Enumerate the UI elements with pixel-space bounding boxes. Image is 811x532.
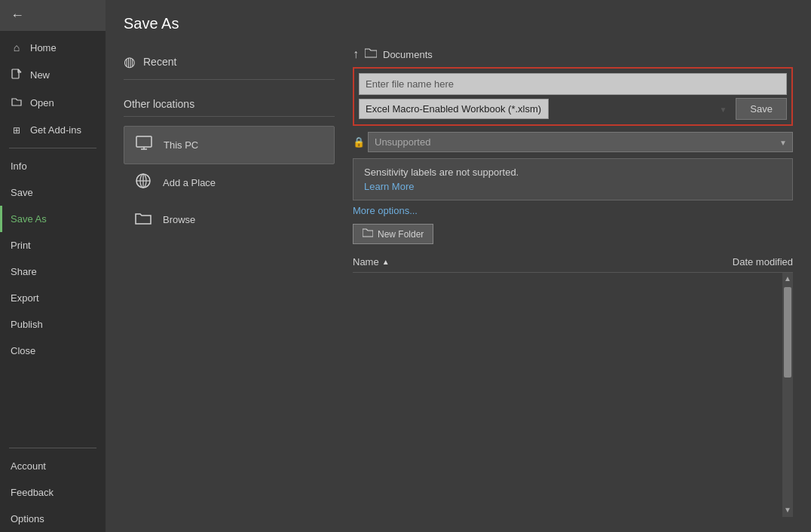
location-item-add-place[interactable]: Add a Place [124, 164, 335, 201]
scrollbar-arrow-up[interactable]: ▲ [782, 273, 793, 284]
recent-divider [124, 79, 335, 80]
format-select-row: Excel Macro-Enabled Workbook (*.xlsm) Ex… [359, 98, 787, 120]
sidebar-label-print: Print [11, 240, 31, 251]
upload-icon: ↑ [353, 47, 359, 61]
location-item-this-pc[interactable]: This PC [124, 126, 335, 164]
this-pc-icon [133, 134, 155, 156]
browse-label: Browse [163, 214, 195, 225]
format-select-arrow: ▼ [719, 105, 727, 113]
sort-arrow-icon: ▲ [382, 258, 390, 266]
warning-box: Sensitivity labels are not supported. Le… [353, 158, 793, 200]
this-pc-label: This PC [164, 139, 198, 151]
sidebar-item-options[interactable]: Options [0, 506, 106, 532]
sidebar-divider [9, 148, 96, 148]
addins-icon: ⊞ [11, 125, 23, 136]
sidebar-label-share: Share [11, 266, 37, 277]
sensitivity-select[interactable]: Unsupported [368, 132, 793, 152]
sidebar-label-addins: Get Add-ins [30, 124, 81, 136]
scrollbar-arrow-down[interactable]: ▼ [782, 504, 793, 515]
sidebar-item-save[interactable]: Save [0, 179, 106, 206]
right-panel: ↑ Documents Excel Macro-Enabled Workbook… [353, 47, 793, 517]
learn-more-link[interactable]: Learn More [364, 181, 414, 192]
warning-text: Sensitivity labels are not supported. [364, 167, 782, 178]
new-icon [11, 69, 23, 81]
col-date-header: Date modified [733, 256, 793, 268]
home-icon: ⌂ [11, 41, 23, 54]
sidebar-label-open: Open [30, 97, 54, 109]
sidebar-label-info: Info [11, 161, 27, 172]
sensitivity-row: 🔒 Unsupported ▼ [353, 132, 793, 152]
location-item-browse[interactable]: Browse [124, 201, 335, 238]
sensitivity-select-wrapper: Unsupported ▼ [368, 132, 793, 152]
sidebar-item-new[interactable]: New [0, 61, 106, 89]
sidebar-label-new: New [30, 69, 50, 81]
main-content: Save As ◍ Recent Other locations [106, 0, 811, 532]
left-panel: ◍ Recent Other locations T [124, 47, 335, 517]
recent-label: Recent [143, 56, 176, 68]
sidebar: ← ⌂ Home New Open ⊞ Get Add-ins Info Sav… [0, 0, 106, 532]
sidebar-item-share[interactable]: Share [0, 258, 106, 285]
col-name-header[interactable]: Name ▲ [353, 256, 390, 268]
more-options-link[interactable]: More options... [353, 205, 793, 216]
format-select-wrapper: Excel Macro-Enabled Workbook (*.xlsm) Ex… [359, 99, 733, 119]
sidebar-item-feedback[interactable]: Feedback [0, 479, 106, 506]
new-folder-button[interactable]: New Folder [353, 224, 433, 244]
recent-header: ◍ Recent [124, 47, 335, 76]
new-folder-icon [363, 228, 373, 240]
path-row: ↑ Documents [353, 47, 793, 61]
content-area: ◍ Recent Other locations T [124, 47, 793, 517]
new-folder-label: New Folder [378, 229, 424, 240]
sidebar-label-close: Close [11, 345, 35, 356]
add-place-label: Add a Place [163, 177, 216, 188]
sidebar-item-account[interactable]: Account [0, 453, 106, 479]
col-name-label: Name [353, 256, 379, 268]
file-name-input[interactable] [359, 73, 787, 95]
file-list-content: ▲ ▼ [353, 273, 793, 517]
scrollbar-thumb[interactable] [784, 287, 791, 378]
scrollbar[interactable]: ▲ ▼ [782, 273, 793, 517]
sidebar-item-info[interactable]: Info [0, 153, 106, 179]
sidebar-label-save-as: Save As [11, 213, 47, 225]
sidebar-item-close[interactable]: Close [0, 338, 106, 364]
locations-divider [124, 116, 335, 117]
sidebar-item-get-addins[interactable]: ⊞ Get Add-ins [0, 117, 106, 143]
sidebar-bottom-divider [9, 448, 96, 448]
other-locations-section: Other locations This PC [124, 98, 335, 238]
sidebar-item-print[interactable]: Print [0, 232, 106, 258]
sidebar-label-feedback: Feedback [11, 487, 54, 498]
recent-icon: ◍ [124, 54, 136, 70]
other-locations-title: Other locations [124, 98, 335, 110]
browse-icon [133, 209, 154, 231]
back-button[interactable]: ← [0, 0, 106, 31]
file-list-header: Name ▲ Date modified [353, 252, 793, 273]
sidebar-item-home[interactable]: ⌂ Home [0, 34, 106, 61]
sidebar-label-publish: Publish [11, 319, 43, 330]
sidebar-label-account: Account [11, 460, 46, 472]
path-text: Documents [383, 49, 433, 60]
page-title: Save As [124, 15, 793, 32]
sidebar-label-options: Options [11, 513, 44, 524]
sidebar-item-export[interactable]: Export [0, 285, 106, 311]
sidebar-label-save: Save [11, 187, 33, 198]
add-place-icon [133, 172, 154, 194]
back-arrow-icon: ← [11, 8, 24, 23]
sidebar-bottom: Account Feedback Options [0, 443, 106, 532]
sidebar-item-publish[interactable]: Publish [0, 311, 106, 338]
sidebar-item-save-as[interactable]: Save As [0, 206, 106, 232]
file-controls-box: Excel Macro-Enabled Workbook (*.xlsm) Ex… [353, 67, 793, 126]
sensitivity-icon: 🔒 [353, 136, 365, 148]
folder-icon [365, 47, 377, 61]
svg-rect-1 [136, 136, 151, 147]
format-select[interactable]: Excel Macro-Enabled Workbook (*.xlsm) Ex… [359, 99, 549, 119]
open-icon [11, 96, 23, 109]
recent-section: ◍ Recent [124, 47, 335, 80]
sidebar-label-home: Home [30, 42, 57, 54]
sidebar-item-open[interactable]: Open [0, 89, 106, 117]
save-button[interactable]: Save [736, 98, 787, 120]
sidebar-label-export: Export [11, 292, 39, 304]
